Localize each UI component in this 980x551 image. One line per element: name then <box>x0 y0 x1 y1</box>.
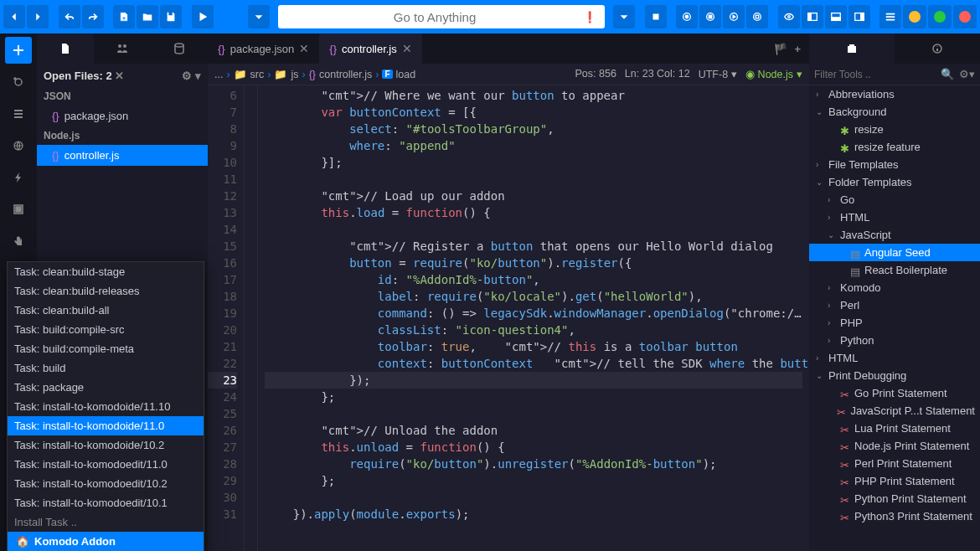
tree-item[interactable]: ✂Python3 Print Statement <box>809 507 980 525</box>
tree-item[interactable]: ✂JavaScript P...t Statement <box>809 402 980 420</box>
scissors-icon: ✂ <box>840 389 850 399</box>
task-item[interactable]: Task: install-to-komodoedit/11.0 <box>8 455 204 474</box>
tools-settings-icon[interactable]: ⚙▾ <box>959 68 975 80</box>
tree-item[interactable]: ⌄Background <box>809 103 980 121</box>
forward-button[interactable] <box>27 5 49 28</box>
status-language[interactable]: ◉ Node.js ▾ <box>745 68 802 80</box>
tree-item[interactable]: ⌄Folder Templates <box>809 173 980 191</box>
tree-item[interactable]: ›Go <box>809 191 980 209</box>
strip-globe-button[interactable] <box>5 132 32 159</box>
code-editor[interactable]: 6789101112131415161718192021222324252627… <box>208 85 809 551</box>
task-item[interactable]: Task: clean:build-releases <box>8 281 204 301</box>
tab-people[interactable] <box>94 33 151 64</box>
task-item[interactable]: Task: build:compile-meta <box>8 339 204 358</box>
open-files-close-icon[interactable]: ✕ <box>115 70 124 82</box>
task-item[interactable]: Task: build:compile-src <box>8 320 204 339</box>
task-item[interactable]: Task: clean:build-stage <box>8 262 204 281</box>
tree-item[interactable]: ✂PHP Print Statement <box>809 472 980 490</box>
tab-toolbox[interactable] <box>809 33 895 64</box>
task-item[interactable]: Task: install-to-komodoedit/10.2 <box>8 474 204 493</box>
goto-search-input[interactable] <box>286 10 583 24</box>
strip-new-button[interactable] <box>5 37 32 64</box>
strip-hand-button[interactable] <box>5 228 32 255</box>
tab-files[interactable] <box>37 33 94 64</box>
tree-item[interactable]: ›Perl <box>809 296 980 314</box>
task-filter-input[interactable]: Install Task .. <box>8 512 204 532</box>
editor-tab[interactable]: {}controller.js✕ <box>319 33 421 64</box>
tab-add-icon[interactable]: + <box>794 43 801 55</box>
redo-button[interactable] <box>82 5 104 28</box>
status-encoding[interactable]: UTF-8 ▾ <box>699 68 737 80</box>
task-item[interactable]: Task: install-to-komodoedit/10.1 <box>8 493 204 512</box>
breadcrumb-js[interactable]: js <box>291 69 298 80</box>
open-file-button[interactable] <box>137 5 158 28</box>
back-button[interactable] <box>3 5 25 28</box>
new-file-button[interactable] <box>113 5 135 28</box>
layout-right-button[interactable] <box>848 5 870 28</box>
breadcrumb-ellipsis[interactable]: ... <box>214 69 223 80</box>
tree-item[interactable]: ›Komodo <box>809 279 980 296</box>
record-button[interactable] <box>676 5 698 28</box>
undo-button[interactable] <box>59 5 80 28</box>
strip-activity-button[interactable] <box>5 69 32 95</box>
code-content[interactable]: "cmt">// Where we want our button to app… <box>258 85 809 551</box>
strip-list-button[interactable] <box>5 100 32 127</box>
task-item[interactable]: Task: package <box>8 378 204 397</box>
tab-database[interactable] <box>151 33 208 64</box>
breadcrumb-file[interactable]: controller.js <box>319 69 372 80</box>
maximize-button[interactable] <box>928 5 952 28</box>
tree-item[interactable]: ✂Perl Print Statement <box>809 455 980 472</box>
tab-close-icon[interactable]: ✕ <box>299 42 309 55</box>
tools-filter-input[interactable] <box>814 69 941 80</box>
strip-panel-button[interactable] <box>5 196 32 223</box>
dropdown-button[interactable] <box>613 5 635 28</box>
file-item[interactable]: {} package.json <box>37 106 208 126</box>
menu-button[interactable] <box>879 5 901 28</box>
task-item[interactable]: Task: build <box>8 358 204 378</box>
open-files-settings-icon[interactable]: ⚙ ▾ <box>182 70 201 82</box>
tree-item[interactable]: ›File Templates <box>809 156 980 173</box>
goto-search[interactable]: ❗ <box>278 5 605 28</box>
close-button[interactable] <box>953 5 977 28</box>
tree-item[interactable]: ✱resize feature <box>809 138 980 156</box>
tree-item[interactable]: ⌄Print Debugging <box>809 367 980 384</box>
task-item[interactable]: Task: clean:build-all <box>8 301 204 320</box>
task-item[interactable]: Task: install-to-komodoide/10.2 <box>8 435 204 455</box>
tab-info[interactable] <box>895 33 980 64</box>
tree-item[interactable]: ✂Go Print Statement <box>809 384 980 402</box>
search-dropdown-button[interactable] <box>248 5 270 28</box>
preview-button[interactable] <box>778 5 800 28</box>
breadcrumb-fn[interactable]: load <box>396 69 416 80</box>
tree-item[interactable]: ✂Python Print Statement <box>809 490 980 507</box>
task-item[interactable]: Task: install-to-komodoide/11.0 <box>8 416 204 435</box>
search-icon[interactable]: 🔍 <box>941 68 954 80</box>
task-item[interactable]: Task: install-to-komodoide/11.10 <box>8 397 204 416</box>
record-save-button[interactable] <box>746 5 768 28</box>
tree-item[interactable]: ›HTML <box>809 349 980 367</box>
tree-item[interactable]: ›Abbreviations <box>809 85 980 103</box>
breadcrumb-src[interactable]: src <box>250 69 265 80</box>
tree-item[interactable]: ▤React Boilerplate <box>809 261 980 279</box>
stop-button[interactable] <box>645 5 667 28</box>
run-button[interactable] <box>192 5 214 28</box>
tree-item[interactable]: ✂Lua Print Statement <box>809 420 980 437</box>
bookmark-icon[interactable]: 🏴 <box>774 43 787 55</box>
task-footer-addon[interactable]: 🏠 Komodo Addon <box>8 532 204 551</box>
minimize-button[interactable] <box>903 5 926 28</box>
tree-item[interactable]: ⌄JavaScript <box>809 226 980 244</box>
tree-item[interactable]: ✱resize <box>809 121 980 138</box>
record-stop-button[interactable] <box>699 5 721 28</box>
save-button[interactable] <box>160 5 182 28</box>
layout-bottom-button[interactable] <box>825 5 847 28</box>
tree-item[interactable]: ›PHP <box>809 314 980 332</box>
file-item[interactable]: {} controller.js <box>37 145 208 166</box>
tab-close-icon[interactable]: ✕ <box>402 42 412 55</box>
tree-item[interactable]: ›HTML <box>809 209 980 226</box>
tree-item[interactable]: ›Python <box>809 332 980 349</box>
tree-item[interactable]: ✂Node.js Print Statement <box>809 437 980 455</box>
record-play-button[interactable] <box>723 5 745 28</box>
tree-item[interactable]: ▤Angular Seed <box>809 244 980 261</box>
layout-left-button[interactable] <box>802 5 823 28</box>
editor-tab[interactable]: {}package.json✕ <box>208 33 319 64</box>
strip-bolt-button[interactable] <box>5 164 32 191</box>
